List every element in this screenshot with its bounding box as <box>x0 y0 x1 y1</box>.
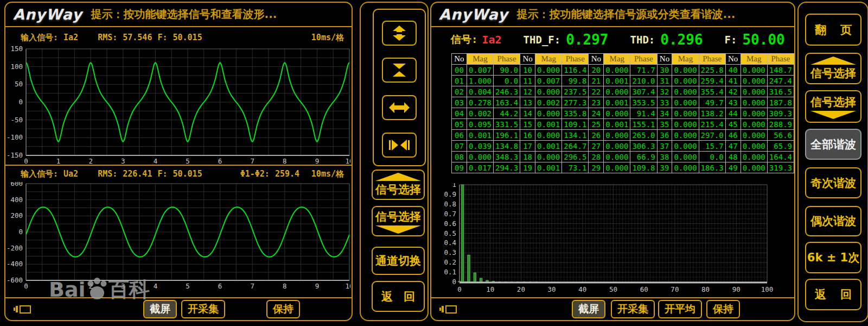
svg-text:200: 200 <box>10 211 23 220</box>
battery-icon <box>13 304 35 315</box>
svg-text:-150: -150 <box>7 151 23 159</box>
harmonic-mag: 0.000 <box>535 86 562 97</box>
harmonic-mag: 0.001 <box>604 119 630 130</box>
scope2-phase-value: 259.4 <box>275 169 299 179</box>
harmonic-no: 30 <box>657 65 672 76</box>
harmonic-table-row: 060.001196.1160.000134.1260.000265.0360.… <box>452 130 794 141</box>
right-function-column: 翻页信号选择信号选择全部谐波奇次谐波偶次谐波6k ± 1次返回 <box>797 2 868 322</box>
harmonic-mag: 0.000 <box>604 130 630 141</box>
scope1-freq-value: 50.015 <box>173 33 202 42</box>
harmonic-mag: 0.002 <box>535 97 562 108</box>
harmonic-phase: 49.7 <box>699 97 725 108</box>
page-turn-button[interactable]: 翻页 <box>805 14 861 46</box>
bottom-button-保持[interactable]: 保持 <box>266 300 300 318</box>
compress-horizontal-button[interactable] <box>382 133 417 158</box>
scope1-info-row: 输入信号: Ia2 RMS: 57.546 F: 50.015 10ms/格 <box>21 30 344 45</box>
button-label: 全部谐波 <box>810 137 856 152</box>
harmonic-phase: 148.7 <box>767 65 794 76</box>
function-button-信号选择[interactable]: 信号选择 <box>372 206 425 236</box>
function-button-信号选择[interactable]: 信号选择 <box>805 90 861 123</box>
bottom-button-截屏[interactable]: 截屏 <box>572 300 605 318</box>
right-title-bar: AnyWay 提示：按功能键选择信号源或分类查看谐波... <box>431 3 794 27</box>
harmonic-mag: 0.000 <box>604 152 630 162</box>
harmonic-phase: 90.0 <box>494 65 520 76</box>
middle-function-column: 信号选择信号选择通道切换返回 <box>360 2 429 321</box>
harmonic-no: 16 <box>520 130 535 141</box>
harmonic-table-row: 080.000348.3180.000296.5280.00066.9380.0… <box>452 152 794 162</box>
scope2-rms-value: 226.41 <box>123 169 152 179</box>
col-header-phase: Phase <box>630 54 657 65</box>
harmonic-table-row: 020.004246.3120.000237.5220.000307.4320.… <box>452 86 794 97</box>
svg-text:50: 50 <box>15 80 23 88</box>
back-button[interactable]: 返回 <box>805 279 861 310</box>
bottom-button-开平均[interactable]: 开平均 <box>658 300 702 318</box>
bottom-button-截屏[interactable]: 截屏 <box>143 300 177 318</box>
harmonic-table-row: 030.278163.4130.002277.3230.001353.5330.… <box>452 97 794 108</box>
svg-text:3: 3 <box>121 157 125 164</box>
harmonic-mag: 0.000 <box>604 86 630 97</box>
svg-text:2: 2 <box>88 157 93 164</box>
harmonic-mag: 0.007 <box>467 65 493 76</box>
svg-text:-100: -100 <box>7 133 23 141</box>
harmonic-mag: 0.278 <box>467 97 493 108</box>
harmonic-no: 32 <box>657 86 672 97</box>
expand-vertical-button[interactable] <box>382 21 417 46</box>
left-title-bar: AnyWay 提示：按功能键选择信号和查看波形... <box>5 3 352 27</box>
left-scope-panel: AnyWay 提示：按功能键选择信号和查看波形... 输入信号: Ia2 RMS… <box>4 2 353 321</box>
function-button-奇次谐波[interactable]: 奇次谐波 <box>805 167 861 198</box>
harmonic-mag: 0.000 <box>741 119 767 130</box>
harmonic-phase: 134.1 <box>562 130 589 141</box>
bottom-button-保持[interactable]: 保持 <box>706 300 740 318</box>
harmonic-phase: 259.4 <box>699 76 725 86</box>
expand-horizontal-button[interactable] <box>382 95 417 120</box>
harmonic-no: 05 <box>452 119 467 130</box>
harmonic-no: 31 <box>657 76 672 86</box>
harmonic-mag: 0.000 <box>535 152 562 162</box>
function-button-偶次谐波[interactable]: 偶次谐波 <box>805 206 861 236</box>
harmonic-no: 25 <box>589 119 604 130</box>
function-button-信号选择[interactable]: 信号选择 <box>372 170 425 200</box>
col-header-no: No <box>657 54 672 65</box>
harmonic-table-row: 011.0000.0110.00799.8210.001210.0310.000… <box>452 76 794 86</box>
svg-text:6: 6 <box>218 282 222 290</box>
harmonic-phase: 277.3 <box>562 97 589 108</box>
svg-text:5: 5 <box>186 282 190 290</box>
svg-text:0: 0 <box>18 98 23 106</box>
harmonic-no: 21 <box>589 76 604 86</box>
button-label: 翻页 <box>806 22 860 37</box>
function-button-全部谐波[interactable]: 全部谐波 <box>805 129 861 160</box>
button-label: 信号选择 <box>810 66 856 81</box>
svg-text:4: 4 <box>154 157 158 164</box>
thdf-value: 0.297 <box>566 32 608 48</box>
harmonic-mag: 0.017 <box>467 162 493 173</box>
harmonic-phase: 335.8 <box>562 108 589 119</box>
harmonic-no: 38 <box>657 152 672 162</box>
harmonic-no: 22 <box>589 86 604 97</box>
function-button-通道切换[interactable]: 通道切换 <box>372 247 425 275</box>
function-button-信号选择[interactable]: 信号选择 <box>805 53 861 84</box>
bottom-button-开采集[interactable]: 开采集 <box>611 300 655 318</box>
harmonic-mag: 0.039 <box>467 141 493 152</box>
svg-text:-200: -200 <box>7 244 23 252</box>
harmonic-phase: 186.3 <box>699 162 725 173</box>
bottom-button-开采集[interactable]: 开采集 <box>181 300 225 318</box>
harmonic-phase: 155.1 <box>630 119 657 130</box>
compress-horizontal-icon <box>388 137 410 153</box>
compress-vertical-button[interactable] <box>382 58 417 83</box>
harmonic-phase: 15.7 <box>699 141 725 152</box>
svg-text:5: 5 <box>186 157 190 164</box>
svg-text:40: 40 <box>578 285 586 293</box>
expand-vertical-icon <box>388 25 410 41</box>
button-label: 返回 <box>373 289 424 304</box>
svg-text:400: 400 <box>10 196 23 204</box>
harmonic-no: 17 <box>520 141 535 152</box>
back-button[interactable]: 返回 <box>372 281 425 312</box>
scope1-timebase: 10ms/格 <box>311 33 344 43</box>
function-button-6k ± 1次[interactable]: 6k ± 1次 <box>805 242 861 273</box>
harmonic-phase: 187.8 <box>767 97 794 108</box>
battery-icon <box>439 304 461 315</box>
col-header-phase: Phase <box>767 54 794 65</box>
harmonic-mag: 0.095 <box>467 119 493 130</box>
harmonic-mag: 0.001 <box>604 97 630 108</box>
svg-text:0.8: 0.8 <box>444 200 456 208</box>
